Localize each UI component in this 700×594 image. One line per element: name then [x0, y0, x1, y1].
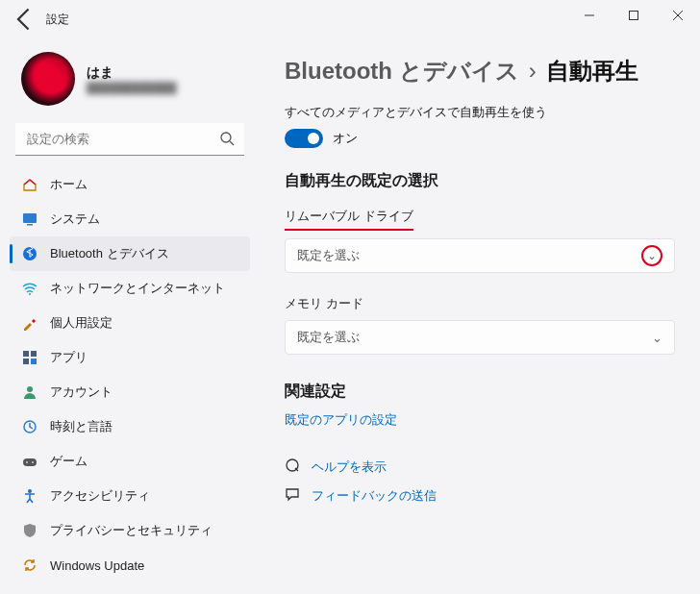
user-block[interactable]: はま ████████████	[10, 44, 250, 117]
feedback-link: フィードバックの送信	[312, 487, 437, 505]
sidebar-item-label: Bluetooth とデバイス	[50, 245, 169, 262]
select-value: 既定を選ぶ	[297, 329, 360, 346]
sidebar-item-gaming[interactable]: ゲーム	[10, 444, 250, 479]
help-link: ヘルプを表示	[312, 458, 387, 476]
svg-point-5	[29, 293, 31, 295]
toggle-description: すべてのメディアとデバイスで自動再生を使う	[285, 104, 675, 121]
svg-point-14	[32, 461, 34, 463]
sidebar-item-accounts[interactable]: アカウント	[10, 375, 250, 409]
sidebar-item-label: アカウント	[50, 384, 112, 401]
sidebar-item-bluetooth[interactable]: Bluetooth とデバイス	[10, 236, 250, 271]
sidebar-item-label: ネットワークとインターネット	[50, 280, 225, 297]
settings-window: 設定 はま ████████████	[0, 0, 700, 594]
svg-rect-9	[31, 359, 37, 364]
apps-icon	[21, 349, 38, 366]
user-subtext: ████████████	[87, 82, 177, 93]
help-link-row[interactable]: ヘルプを表示	[285, 458, 675, 477]
svg-rect-6	[23, 351, 29, 357]
back-button[interactable]	[12, 6, 38, 33]
field-memory-card: メモリ カード 既定を選ぶ ⌄	[285, 294, 675, 355]
field-removable-drive: リムーバブル ドライブ 既定を選ぶ ⌄	[285, 207, 675, 273]
svg-point-10	[27, 386, 33, 392]
sidebar-item-privacy[interactable]: プライバシーとセキュリティ	[10, 513, 250, 548]
avatar	[21, 52, 75, 106]
sidebar-item-label: ゲーム	[50, 453, 88, 470]
bluetooth-icon	[21, 245, 38, 262]
breadcrumb-current: 自動再生	[546, 56, 638, 87]
svg-rect-2	[23, 213, 37, 223]
memory-card-select[interactable]: 既定を選ぶ ⌄	[285, 320, 675, 355]
sidebar-item-windows-update[interactable]: Windows Update	[10, 548, 250, 582]
toggle-state-label: オン	[333, 130, 358, 147]
svg-rect-8	[23, 359, 29, 364]
network-icon	[21, 280, 38, 297]
select-value: 既定を選ぶ	[297, 247, 360, 264]
defaults-heading: 自動再生の既定の選択	[285, 171, 675, 191]
autoplay-toggle[interactable]	[285, 129, 323, 148]
sidebar-item-apps[interactable]: アプリ	[10, 340, 250, 375]
feedback-link-row[interactable]: フィードバックの送信	[285, 486, 675, 506]
accessibility-icon	[21, 487, 38, 505]
sidebar-item-network[interactable]: ネットワークとインターネット	[10, 271, 250, 306]
svg-rect-7	[31, 351, 37, 357]
feedback-icon	[285, 486, 302, 506]
sidebar-item-label: 時刻と言語	[50, 418, 112, 435]
system-icon	[21, 210, 38, 228]
chevron-right-icon: ›	[529, 58, 537, 85]
chevron-down-icon: ⌄	[652, 331, 662, 345]
sidebar-item-label: 個人用設定	[50, 314, 112, 332]
chevron-down-icon: ⌄	[647, 249, 657, 262]
minimize-button[interactable]	[567, 0, 612, 31]
gaming-icon	[21, 453, 38, 470]
sidebar-item-label: Windows Update	[50, 558, 144, 573]
svg-rect-3	[27, 224, 33, 226]
field-label: リムーバブル ドライブ	[285, 208, 413, 231]
related-heading: 関連設定	[285, 382, 675, 402]
search-icon	[219, 131, 235, 150]
sidebar-item-personalization[interactable]: 個人用設定	[10, 306, 250, 340]
arrow-left-icon	[12, 6, 38, 33]
sidebar-item-label: ホーム	[50, 176, 88, 193]
titlebar: 設定	[0, 0, 700, 38]
help-icon	[285, 458, 302, 477]
close-button[interactable]	[656, 0, 700, 31]
default-apps-link[interactable]: 既定のアプリの設定	[285, 411, 675, 429]
search-box[interactable]	[15, 123, 244, 156]
sidebar-item-time-language[interactable]: 時刻と言語	[10, 409, 250, 444]
sidebar-item-home[interactable]: ホーム	[10, 167, 250, 202]
svg-rect-12	[23, 458, 37, 466]
time-language-icon	[21, 418, 38, 435]
sidebar-item-label: プライバシーとセキュリティ	[50, 522, 212, 539]
windows-update-icon	[21, 557, 38, 574]
content-area: Bluetooth とデバイス › 自動再生 すべてのメディアとデバイスで自動再…	[260, 38, 700, 594]
sidebar-item-accessibility[interactable]: アクセシビリティ	[10, 479, 250, 513]
highlight-circle-annotation: ⌄	[641, 245, 662, 266]
window-controls	[567, 0, 700, 31]
nav-list: ホーム システム Bluetooth とデバイス ネットワークとインターネット …	[10, 167, 250, 582]
sidebar-item-label: アクセシビリティ	[50, 487, 150, 505]
privacy-icon	[21, 522, 38, 539]
svg-point-15	[28, 489, 32, 493]
sidebar-item-label: システム	[50, 210, 100, 228]
user-name: はま	[87, 64, 177, 82]
breadcrumb: Bluetooth とデバイス › 自動再生	[285, 56, 675, 87]
window-title: 設定	[46, 12, 69, 28]
svg-point-13	[26, 461, 28, 463]
breadcrumb-parent[interactable]: Bluetooth とデバイス	[285, 56, 519, 87]
maximize-button[interactable]	[612, 0, 656, 31]
svg-rect-0	[630, 12, 638, 20]
toggle-row: オン	[285, 129, 675, 148]
personalization-icon	[21, 314, 38, 332]
removable-drive-select[interactable]: 既定を選ぶ ⌄	[285, 238, 675, 273]
home-icon	[21, 176, 38, 193]
svg-point-1	[221, 133, 231, 142]
accounts-icon	[21, 384, 38, 401]
sidebar-item-label: アプリ	[50, 349, 88, 366]
field-label: メモリ カード	[285, 295, 363, 312]
sidebar: はま ████████████ ホーム システム	[0, 38, 260, 594]
search-input[interactable]	[15, 123, 244, 156]
sidebar-item-system[interactable]: システム	[10, 202, 250, 236]
